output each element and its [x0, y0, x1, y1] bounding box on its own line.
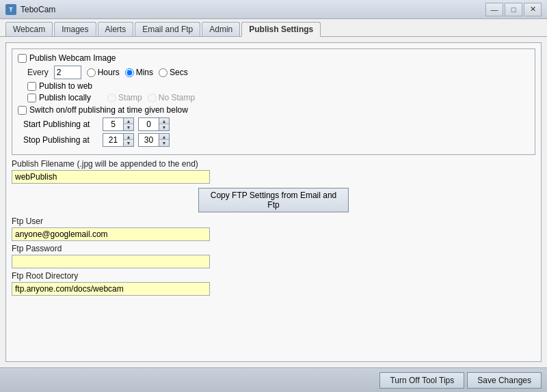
start-min-spinbox[interactable]: ▲ ▼ [138, 117, 170, 131]
start-min-up[interactable]: ▲ [159, 118, 169, 124]
tab-alerts[interactable]: Alerts [98, 22, 134, 36]
window-title: TeboCam [21, 5, 55, 14]
title-bar-left: T TeboCam [5, 4, 55, 15]
switch-label: Switch on/off publishing at time given b… [29, 105, 188, 115]
start-publishing-label: Start Publishing at [23, 120, 98, 129]
ftp-root-label: Ftp Root Directory [12, 271, 535, 281]
ftp-root-input[interactable] [12, 282, 210, 296]
stop-hour-down[interactable]: ▼ [124, 140, 133, 146]
title-bar: T TeboCam — □ ✕ [0, 0, 547, 19]
main-content: Publish Webcam Image Every Hours Mins Se… [0, 37, 547, 367]
start-hour-spinbox[interactable]: ▲ ▼ [103, 117, 134, 131]
filename-label: Publish Filename (.jpg will be appended … [12, 159, 535, 169]
stop-min-arrows: ▲ ▼ [159, 133, 170, 147]
start-hour-input[interactable] [103, 117, 123, 131]
start-hour-down[interactable]: ▼ [124, 124, 133, 130]
bottom-area: Turn Off Tool Tips Save Changes [0, 367, 547, 392]
app-icon: T [5, 4, 16, 15]
publish-webcam-row: Publish Webcam Image [18, 53, 529, 63]
publish-locally-checkbox[interactable] [27, 94, 36, 102]
ftp-password-label: Ftp Password [12, 244, 535, 253]
stamp-radio-label[interactable]: Stamp [107, 93, 142, 102]
stop-hour-input[interactable] [103, 133, 123, 147]
stop-publishing-label: Stop Publishing at [23, 135, 98, 145]
start-min-down[interactable]: ▼ [159, 124, 169, 130]
tab-bar: Webcam Images Alerts Email and Ftp Admin… [0, 19, 547, 37]
bottom-bar: Turn Off Tool Tips Save Changes [0, 367, 547, 392]
start-min-arrows: ▲ ▼ [159, 117, 170, 131]
title-bar-controls: — □ ✕ [485, 3, 542, 16]
tab-images[interactable]: Images [54, 22, 96, 36]
tab-publish-settings[interactable]: Publish Settings [241, 22, 321, 37]
filename-input[interactable] [12, 170, 210, 184]
no-stamp-label: No Stamp [159, 93, 195, 102]
filename-section: Publish Filename (.jpg will be appended … [12, 159, 535, 184]
no-stamp-radio[interactable] [148, 94, 157, 102]
minimize-button[interactable]: — [485, 3, 503, 16]
stamp-label: Stamp [118, 93, 142, 102]
publish-webcam-checkbox-label[interactable]: Publish Webcam Image [18, 53, 116, 63]
secs-radio-label[interactable]: Secs [159, 68, 188, 77]
ftp-root-section: Ftp Root Directory [12, 271, 535, 296]
tab-webcam[interactable]: Webcam [5, 22, 53, 36]
publish-webcam-checkbox[interactable] [18, 54, 27, 63]
ftp-user-section: Ftp User [12, 216, 535, 241]
hours-label: Hours [98, 68, 120, 77]
mins-radio[interactable] [125, 68, 134, 77]
stop-min-up[interactable]: ▲ [159, 134, 169, 140]
ftp-password-input[interactable] [12, 255, 210, 268]
publish-section-group: Publish Webcam Image Every Hours Mins Se… [12, 48, 535, 155]
switch-checkbox[interactable] [18, 106, 27, 115]
stop-min-input[interactable] [138, 133, 159, 147]
stop-hour-spinbox[interactable]: ▲ ▼ [103, 133, 134, 147]
no-stamp-radio-label[interactable]: No Stamp [148, 93, 195, 102]
tab-email-ftp[interactable]: Email and Ftp [135, 22, 200, 36]
stamp-radio[interactable] [107, 94, 116, 102]
publish-to-web-row: Publish to web [18, 81, 529, 91]
secs-label: Secs [170, 68, 188, 77]
stop-hour-up[interactable]: ▲ [124, 134, 133, 140]
mins-radio-label[interactable]: Mins [125, 68, 153, 77]
start-hour-up[interactable]: ▲ [124, 118, 133, 124]
start-hour-arrows: ▲ ▼ [123, 117, 134, 131]
start-min-input[interactable] [138, 117, 159, 131]
switch-row: Switch on/off publishing at time given b… [18, 105, 529, 115]
stop-hour-arrows: ▲ ▼ [123, 133, 134, 147]
turn-off-tips-button[interactable]: Turn Off Tool Tips [379, 372, 464, 389]
stop-publishing-row: Stop Publishing at ▲ ▼ ▲ ▼ [18, 133, 529, 147]
every-label: Every [27, 68, 49, 77]
stop-min-spinbox[interactable]: ▲ ▼ [138, 133, 170, 147]
publish-webcam-label: Publish Webcam Image [29, 53, 116, 63]
save-changes-button[interactable]: Save Changes [467, 372, 542, 389]
publish-locally-text: Publish locally [39, 93, 91, 102]
ftp-user-input[interactable] [12, 227, 210, 241]
hours-radio-label[interactable]: Hours [87, 68, 120, 77]
every-input[interactable] [54, 66, 81, 79]
secs-radio[interactable] [159, 68, 168, 77]
start-publishing-row: Start Publishing at ▲ ▼ ▲ ▼ [18, 117, 529, 131]
close-button[interactable]: ✕ [524, 3, 542, 16]
maximize-button[interactable]: □ [505, 3, 522, 16]
ftp-user-label: Ftp User [12, 216, 535, 226]
stop-min-down[interactable]: ▼ [159, 140, 169, 146]
settings-panel: Publish Webcam Image Every Hours Mins Se… [5, 42, 542, 362]
copy-ftp-section: Copy FTP Settings from Email and Ftp [12, 188, 535, 212]
hours-radio[interactable] [87, 68, 96, 77]
switch-checkbox-label[interactable]: Switch on/off publishing at time given b… [18, 105, 188, 115]
every-row: Every Hours Mins Secs [18, 66, 529, 79]
mins-label: Mins [136, 68, 153, 77]
ftp-password-section: Ftp Password [12, 244, 535, 268]
tab-admin[interactable]: Admin [202, 22, 240, 36]
copy-ftp-button[interactable]: Copy FTP Settings from Email and Ftp [198, 188, 349, 212]
publish-to-web-label[interactable]: Publish to web [27, 81, 92, 91]
publish-to-web-text: Publish to web [39, 81, 92, 91]
publish-locally-label[interactable]: Publish locally [27, 93, 91, 102]
publish-locally-row: Publish locally Stamp No Stamp [18, 93, 529, 102]
publish-to-web-checkbox[interactable] [27, 82, 36, 91]
